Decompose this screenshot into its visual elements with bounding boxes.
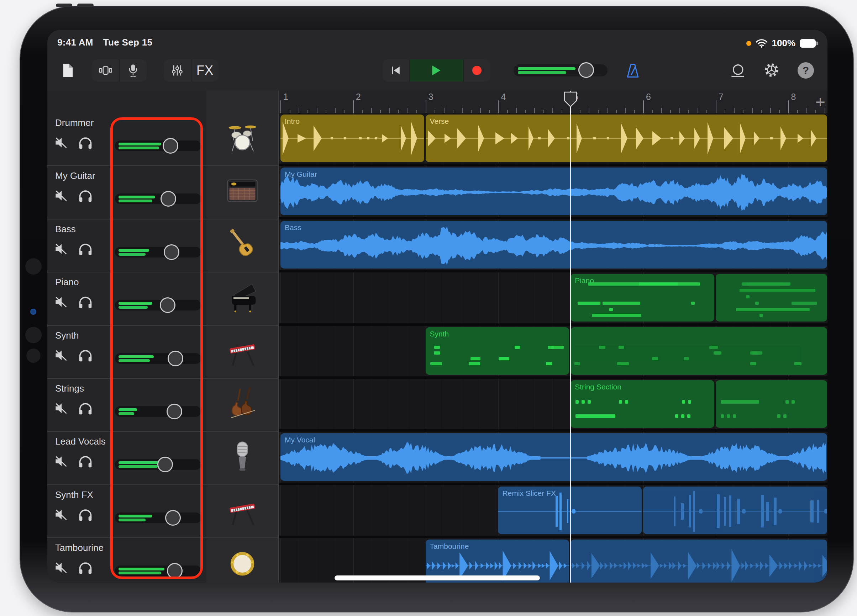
loop-browser-button[interactable]: [729, 61, 747, 80]
instrument-icon-grand-piano[interactable]: [224, 278, 261, 315]
mute-icon: [54, 243, 68, 255]
mute-button[interactable]: [54, 137, 70, 151]
instrument-icon-guitar-amp[interactable]: [224, 172, 261, 209]
track-lane[interactable]: String Section: [278, 379, 828, 432]
waveform-audio-waveform: [280, 221, 827, 269]
mute-button[interactable]: [54, 455, 70, 469]
mute-icon: [54, 349, 68, 361]
track-name: Synth: [55, 330, 79, 341]
horizontal-scrollbar[interactable]: [334, 576, 540, 580]
solo-headphones-button[interactable]: [78, 136, 94, 150]
headphones-icon: [78, 508, 93, 522]
status-bar-left: 9:41 AM Tue Sep 15: [57, 37, 152, 48]
transport-controls: [382, 59, 490, 82]
instrument-icon-string-section[interactable]: [224, 384, 261, 421]
status-bar-right: 100%: [746, 38, 818, 49]
waveform-audio-waveform: [280, 168, 827, 215]
garageband-screen: 9:41 AM Tue Sep 15 100%: [47, 30, 828, 582]
add-track-button[interactable]: +: [811, 93, 828, 111]
solo-headphones-button[interactable]: [78, 189, 94, 203]
track-lane[interactable]: Remix Slicer FX: [278, 485, 828, 538]
solo-headphones-button[interactable]: [78, 242, 94, 256]
solo-headphones-button[interactable]: [78, 401, 94, 416]
instrument-icon-bass-guitar[interactable]: [224, 225, 261, 262]
solo-headphones-button[interactable]: [78, 454, 94, 469]
master-meter-right: [518, 71, 566, 74]
instrument-icon-drum-kit[interactable]: [224, 119, 261, 156]
mute-button[interactable]: [54, 296, 70, 310]
instrument-icon-synth-keyboard[interactable]: [224, 332, 261, 369]
instrument-icon-studio-microphone[interactable]: [224, 437, 261, 474]
headphones-icon: [78, 189, 93, 202]
mute-icon: [54, 137, 68, 149]
track-lane[interactable]: Bass: [278, 219, 828, 272]
mute-button[interactable]: [54, 402, 70, 417]
mixer-sliders-icon: [171, 64, 183, 76]
headphones-icon: [78, 454, 93, 468]
region-label: String Section: [575, 383, 621, 391]
settings-button[interactable]: [762, 60, 781, 80]
track-lane[interactable]: IntroVerse: [278, 113, 828, 166]
track-lane[interactable]: Piano: [278, 272, 828, 326]
waveform-synth-notes: [571, 327, 827, 375]
rewind-button[interactable]: [382, 59, 409, 82]
battery-percent: 100%: [772, 38, 796, 49]
waveform-drum-hits: [425, 114, 827, 162]
mute-button[interactable]: [54, 509, 70, 523]
solo-headphones-button[interactable]: [78, 508, 94, 522]
mute-icon: [54, 455, 68, 467]
instrument-icon-synth-keyboard[interactable]: [224, 491, 261, 528]
metronome-button[interactable]: [624, 62, 642, 80]
battery-icon: [800, 39, 818, 48]
region-continued[interactable]: [716, 274, 827, 321]
region-intro[interactable]: Intro: [280, 114, 424, 162]
view-toggle-group: [92, 59, 147, 82]
microphone-icon: [128, 64, 138, 77]
fx-button[interactable]: FX: [191, 59, 218, 82]
mixer-button[interactable]: [164, 59, 191, 82]
region-synth[interactable]: Synth: [425, 327, 569, 375]
volume-annotation-rectangle: [110, 117, 203, 579]
region-continued[interactable]: [716, 380, 827, 428]
mute-button[interactable]: [54, 243, 70, 257]
region-my-guitar[interactable]: My Guitar: [280, 168, 827, 215]
waveform-slicer-waveform: [643, 486, 827, 534]
mute-button[interactable]: [54, 562, 70, 576]
record-button[interactable]: [463, 59, 490, 82]
track-lane[interactable]: My Vocal: [278, 432, 828, 485]
mute-button[interactable]: [54, 349, 70, 363]
master-volume-slider[interactable]: [514, 64, 608, 76]
region-string-section[interactable]: String Section: [571, 380, 714, 428]
region-continued[interactable]: [571, 540, 827, 582]
region-continued[interactable]: [571, 327, 827, 375]
region-my-vocal[interactable]: My Vocal: [280, 433, 827, 481]
solo-headphones-button[interactable]: [78, 349, 94, 363]
mix-fx-group: FX: [164, 59, 218, 82]
measure-number: 8: [791, 92, 796, 102]
track-lane[interactable]: My Guitar: [278, 166, 828, 219]
region-bass[interactable]: Bass: [280, 221, 827, 269]
master-volume-knob[interactable]: [579, 62, 594, 78]
track-lane[interactable]: Synth: [278, 326, 828, 379]
instrument-icon-tambourine[interactable]: [224, 544, 261, 581]
document-button[interactable]: [58, 60, 78, 80]
region-verse[interactable]: Verse: [425, 114, 827, 162]
play-button[interactable]: [409, 59, 463, 82]
sensor-dot: [30, 309, 36, 315]
microphone-button[interactable]: [119, 59, 147, 82]
help-button[interactable]: ?: [798, 62, 814, 79]
region-label: Piano: [575, 276, 594, 285]
timeline-ruler[interactable]: 12345678: [278, 91, 828, 114]
measure-number: 4: [501, 92, 506, 102]
region-piano[interactable]: Piano: [571, 274, 714, 321]
mute-button[interactable]: [54, 190, 70, 204]
region-label: Synth: [430, 330, 449, 338]
tracks-view-button[interactable]: [92, 59, 119, 82]
playhead-handle[interactable]: [563, 91, 578, 110]
camera-lens: [25, 327, 42, 343]
solo-headphones-button[interactable]: [78, 295, 94, 309]
solo-headphones-button[interactable]: [78, 561, 94, 575]
region-continued[interactable]: [643, 486, 827, 534]
mute-icon: [54, 296, 68, 308]
headphones-icon: [78, 295, 93, 309]
